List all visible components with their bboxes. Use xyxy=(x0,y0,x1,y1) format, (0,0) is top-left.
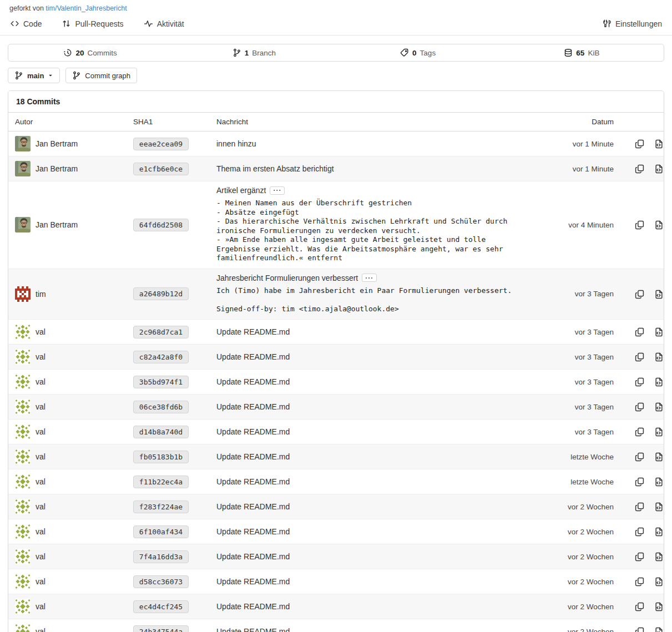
copy-sha-button[interactable] xyxy=(635,527,644,537)
commit-sha-link[interactable]: 3b5bd974f1 xyxy=(133,376,189,388)
copy-sha-button[interactable] xyxy=(635,352,644,362)
copy-sha-button[interactable] xyxy=(635,552,644,562)
copy-sha-button[interactable] xyxy=(635,477,644,487)
expand-commit-body-button[interactable]: ··· xyxy=(362,274,377,282)
commit-message-link[interactable]: Update README.md xyxy=(216,502,290,511)
file-code-icon xyxy=(654,477,664,487)
view-file-at-commit-button[interactable] xyxy=(654,502,664,512)
file-code-icon xyxy=(654,527,664,537)
copy-sha-button[interactable] xyxy=(635,377,644,387)
stat-branches[interactable]: 1 Branch xyxy=(172,44,336,61)
view-file-at-commit-button[interactable] xyxy=(654,627,664,632)
commit-message-link[interactable]: Update README.md xyxy=(216,627,290,632)
commit-date: vor 3 Tagen xyxy=(550,269,620,320)
commit-message-link[interactable]: Update README.md xyxy=(216,477,290,486)
author-name: val xyxy=(36,502,46,511)
commit-sha-link[interactable]: f283f224ae xyxy=(133,500,189,513)
commit-date: letzte Woche xyxy=(550,469,620,494)
commit-message-link[interactable]: Artikel ergänzt xyxy=(216,186,266,195)
commit-date: vor 2 Wochen xyxy=(550,594,620,619)
view-file-at-commit-button[interactable] xyxy=(654,352,664,362)
commit-sha-link[interactable]: 6f100af434 xyxy=(133,525,189,538)
commit-sha-link[interactable]: 2c968d7ca1 xyxy=(133,326,189,338)
copy-icon xyxy=(635,220,644,230)
commit-sha-link[interactable]: a26489b12d xyxy=(133,287,189,300)
commit-sha-link[interactable]: 7f4a16dd3a xyxy=(133,550,189,563)
view-file-at-commit-button[interactable] xyxy=(654,402,664,412)
commit-message-link[interactable]: Update README.md xyxy=(216,552,290,561)
commit-sha-link[interactable]: fb05183b1b xyxy=(133,451,189,463)
commit-sha-link[interactable]: f11b22ec4a xyxy=(133,476,189,488)
view-file-at-commit-button[interactable] xyxy=(654,477,664,487)
view-file-at-commit-button[interactable] xyxy=(654,139,664,149)
commit-message-link[interactable]: Update README.md xyxy=(216,577,290,586)
view-file-at-commit-button[interactable] xyxy=(654,602,664,611)
copy-sha-button[interactable] xyxy=(635,427,644,437)
commit-message-link[interactable]: innen hinzu xyxy=(216,139,256,148)
tab-settings[interactable]: Einstellungen xyxy=(602,19,662,28)
commit-sha-link[interactable]: d14b8a740d xyxy=(133,426,189,438)
commit-graph-button[interactable]: Commit graph xyxy=(65,68,137,83)
green-identicon xyxy=(15,574,31,589)
copy-sha-button[interactable] xyxy=(635,327,644,337)
view-file-at-commit-button[interactable] xyxy=(654,452,664,462)
author-name: val xyxy=(36,352,46,361)
view-file-at-commit-button[interactable] xyxy=(654,327,664,337)
stat-commits[interactable]: 20 Commits xyxy=(8,44,172,61)
stat-commits-label: Commits xyxy=(88,49,117,57)
commit-message-link[interactable]: Update README.md xyxy=(216,527,290,536)
commit-sha-link[interactable]: e1cfb6e0ce xyxy=(133,163,189,175)
table-row: val d14b8a740d Update README.md vor 3 Ta… xyxy=(8,419,664,444)
copy-sha-button[interactable] xyxy=(635,502,644,512)
copy-sha-button[interactable] xyxy=(635,602,644,611)
tab-pull-requests[interactable]: Pull-Requests xyxy=(62,19,123,28)
copy-sha-button[interactable] xyxy=(635,164,644,174)
stat-size[interactable]: 65 KiB xyxy=(500,44,664,61)
copy-sha-button[interactable] xyxy=(635,452,644,462)
branch-selector-button[interactable]: main xyxy=(8,68,60,83)
commit-message-link[interactable]: Update README.md xyxy=(216,352,290,361)
branch-selector-label: main xyxy=(27,72,44,80)
commit-sha-link[interactable]: c82a42a8f0 xyxy=(133,351,189,363)
commit-message-link[interactable]: Update README.md xyxy=(216,402,290,411)
commit-message-link[interactable]: Update README.md xyxy=(216,327,290,336)
tab-code[interactable]: Code xyxy=(10,19,42,28)
copy-sha-button[interactable] xyxy=(635,220,644,230)
copy-sha-button[interactable] xyxy=(635,290,644,299)
view-file-at-commit-button[interactable] xyxy=(654,164,664,174)
commit-sha-link[interactable]: 06ce38fd6b xyxy=(133,401,189,413)
table-row: val c82a42a8f0 Update README.md vor 3 Ta… xyxy=(8,345,664,370)
copy-sha-button[interactable] xyxy=(635,139,644,149)
commit-message-link[interactable]: Update README.md xyxy=(216,602,290,611)
copy-icon xyxy=(635,477,644,487)
view-file-at-commit-button[interactable] xyxy=(654,220,664,230)
view-file-at-commit-button[interactable] xyxy=(654,290,664,299)
copy-sha-button[interactable] xyxy=(635,627,644,632)
commit-sha-link[interactable]: d58cc36073 xyxy=(133,575,189,588)
view-file-at-commit-button[interactable] xyxy=(654,577,664,587)
stat-tags[interactable]: 0 Tags xyxy=(336,44,500,61)
commit-message-link[interactable]: Jahresbericht Formulierungen verbessert xyxy=(216,274,358,282)
view-file-at-commit-button[interactable] xyxy=(654,377,664,387)
table-row: val ec4d4cf245 Update README.md vor 2 Wo… xyxy=(8,594,664,619)
commit-sha-link[interactable]: eeae2cea09 xyxy=(133,138,189,150)
commit-message-link[interactable]: Update README.md xyxy=(216,452,290,461)
file-code-icon xyxy=(654,164,664,174)
tab-activity[interactable]: Aktivität xyxy=(144,19,184,28)
commit-message-link[interactable]: Update README.md xyxy=(216,427,290,436)
commit-message-link[interactable]: Thema im ersten Absatz berichtigt xyxy=(216,164,334,173)
fork-source-link[interactable]: tim/Valentin_Jahresbericht xyxy=(46,4,127,12)
copy-sha-button[interactable] xyxy=(635,402,644,412)
expand-commit-body-button[interactable]: ··· xyxy=(270,186,285,195)
column-header-author: Autor xyxy=(8,113,127,132)
commit-sha-link[interactable]: 64fd6d2508 xyxy=(133,219,189,231)
copy-sha-button[interactable] xyxy=(635,577,644,587)
view-file-at-commit-button[interactable] xyxy=(654,427,664,437)
stat-branches-label: Branch xyxy=(252,49,276,57)
commit-message-link[interactable]: Update README.md xyxy=(216,377,290,386)
view-file-at-commit-button[interactable] xyxy=(654,552,664,562)
commit-date: vor 2 Wochen xyxy=(550,494,620,519)
commit-sha-link[interactable]: ec4d4cf245 xyxy=(133,600,189,613)
commit-sha-link[interactable]: 24b347544a xyxy=(133,625,189,632)
view-file-at-commit-button[interactable] xyxy=(654,527,664,537)
